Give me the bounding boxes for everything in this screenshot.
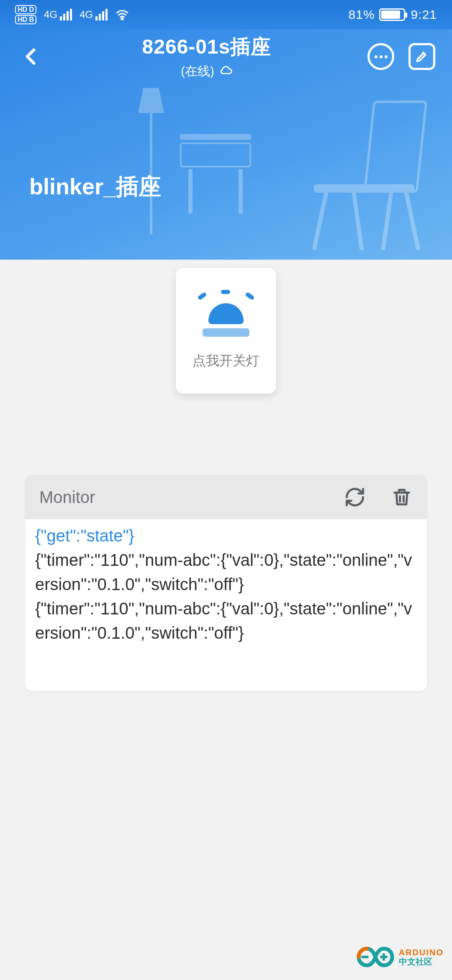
clear-button[interactable] <box>391 486 413 508</box>
status-bar: HD D HD B 4G 4G 81% 9:21 <box>0 0 452 29</box>
online-status: (在线) <box>181 63 214 80</box>
hd-pill-top: HD D <box>15 5 36 14</box>
status-right: 81% 9:21 <box>349 8 437 22</box>
hd-pill-bottom: HD B <box>15 15 36 24</box>
monitor-title: Monitor <box>39 488 344 507</box>
wifi-icon <box>115 8 129 22</box>
title-column: 8266-01s插座 (在线) <box>46 34 367 80</box>
monitor-panel: Monitor {"get":"state"} {"timer":"110","… <box>25 475 427 691</box>
signal-1-label: 4G <box>44 9 57 21</box>
signal-1: 4G <box>44 9 72 21</box>
chevron-left-icon <box>21 46 41 67</box>
light-toggle-label: 点我开关灯 <box>193 352 259 370</box>
refresh-button[interactable] <box>344 486 366 508</box>
pencil-icon <box>415 49 429 64</box>
page-title: 8266-01s插座 <box>46 34 367 60</box>
status-row: (在线) <box>46 63 367 80</box>
more-icon <box>375 55 388 58</box>
back-button[interactable] <box>17 42 46 71</box>
hd-badge: HD D HD B <box>15 5 36 24</box>
battery-icon <box>379 8 405 21</box>
watermark-subtitle: 中文社区 <box>399 957 444 966</box>
arduino-watermark: ARDUINO 中文社区 <box>346 943 444 971</box>
lamp-icon <box>201 291 251 342</box>
signal-bars-icon <box>60 9 72 21</box>
battery-percent: 81% <box>349 8 375 22</box>
status-left: HD D HD B 4G 4G <box>15 5 129 24</box>
trash-icon <box>391 486 413 508</box>
refresh-icon <box>344 486 366 508</box>
svg-point-0 <box>121 18 123 20</box>
clock: 9:21 <box>411 8 437 22</box>
watermark-brand: ARDUINO <box>399 948 444 957</box>
signal-bars-icon <box>95 9 108 21</box>
light-toggle-card[interactable]: 点我开关灯 <box>176 268 276 394</box>
cloud-icon <box>218 64 233 78</box>
signal-2-label: 4G <box>80 9 93 21</box>
monitor-header: Monitor <box>25 475 427 519</box>
monitor-log-line: {"timer":"110","num-abc":{"val":0},"stat… <box>35 548 417 596</box>
monitor-body[interactable]: {"get":"state"} {"timer":"110","num-abc"… <box>25 519 427 691</box>
signal-2: 4G <box>80 9 108 21</box>
edit-button[interactable] <box>408 43 435 70</box>
monitor-log-line: {"timer":"110","num-abc":{"val":0},"stat… <box>35 596 417 645</box>
more-button[interactable] <box>367 43 394 70</box>
nav-right <box>367 43 435 70</box>
arduino-logo-icon <box>346 943 396 971</box>
watermark-text: ARDUINO 中文社区 <box>399 948 444 966</box>
monitor-log-line: {"get":"state"} <box>35 524 417 548</box>
nav-row: 8266-01s插座 (在线) <box>0 29 452 84</box>
device-header: 8266-01s插座 (在线) blinker_插座 <box>0 29 452 260</box>
monitor-actions <box>344 486 413 508</box>
bg-table-graphic <box>180 134 251 214</box>
battery-indicator: 81% <box>349 8 405 22</box>
bg-lamp-graphic <box>130 59 172 235</box>
bg-chair-graphic <box>301 101 427 247</box>
